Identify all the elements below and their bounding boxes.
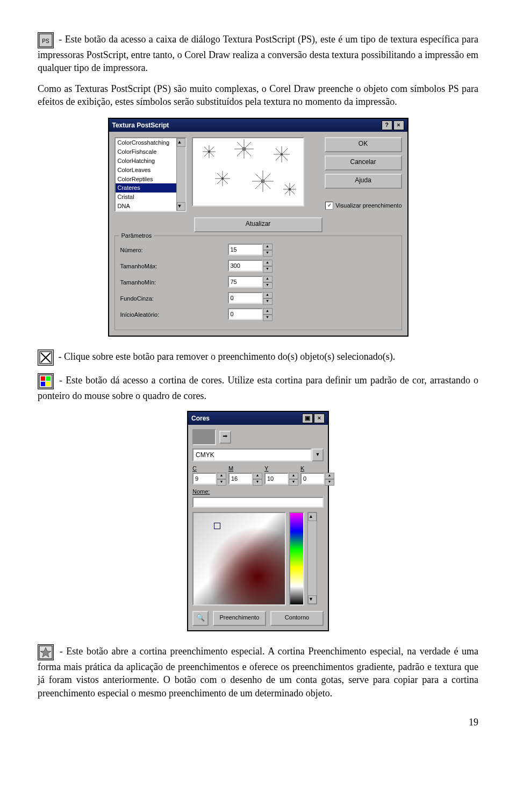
param-input[interactable] [228,292,263,304]
channel-label: C [192,465,226,473]
remove-fill-icon [38,350,54,366]
spin-down-icon[interactable]: ▼ [289,479,298,486]
list-item[interactable]: DNA [116,202,176,211]
fill-tab-button[interactable]: Preenchimento [213,611,266,626]
text: - Este botão da acesso a caixa de diálog… [38,34,478,73]
spin-down-icon[interactable]: ▼ [263,250,273,257]
texture-listbox[interactable]: ColorCrosshatching ColorFishscale ColorH… [114,137,187,212]
channel-input[interactable] [192,473,217,485]
spin-up-icon[interactable]: ▲ [217,473,226,479]
channel-label: M [228,465,262,473]
list-item-selected[interactable]: Crateres [116,183,176,193]
name-label: Nome: [192,488,324,496]
list-item[interactable]: ColorCrosshatching [116,138,176,147]
outline-tab-button[interactable]: Contorno [270,611,324,626]
list-item[interactable]: ColorFishscale [116,147,176,156]
param-spinner[interactable]: ▲▼ [228,292,273,305]
spin-up-icon[interactable]: ▲ [253,473,262,479]
param-input[interactable] [228,244,263,255]
color-name-input[interactable] [192,497,324,508]
paragraph-ps-intro-2: Como as Texturas PostScript (PS) são mui… [38,82,478,109]
svg-rect-37 [46,376,51,381]
dialog-title: Textura PostScript [112,121,169,130]
text: - Este botão abre a cortina preenchiment… [38,646,478,698]
paragraph-colors-curtain: - Este botão dá acesso a cortina de core… [38,373,478,402]
param-spinner[interactable]: ▲▼ [228,244,273,257]
channel-input[interactable] [300,473,325,485]
spin-up-icon[interactable]: ▲ [263,244,273,250]
channel-label: K [300,465,334,473]
color-picker-area[interactable] [192,512,286,606]
spin-up-icon[interactable]: ▲ [263,260,273,266]
text: - Clique sobre este botão para remover o… [59,351,396,362]
hue-scrollbar[interactable]: ▲▼ [307,512,317,604]
param-label: InícioAleatório: [120,311,228,319]
spin-down-icon[interactable]: ▼ [253,479,262,486]
spin-up-icon[interactable]: ▲ [289,473,298,479]
svg-rect-39 [46,382,51,386]
param-input[interactable] [228,308,263,320]
checkbox-icon: ✓ [325,202,333,210]
param-spinner[interactable]: ▲▼ [228,276,273,289]
spin-down-icon[interactable]: ▼ [217,479,226,486]
page-number: 19 [38,716,478,729]
param-spinner[interactable]: ▲▼ [228,260,273,273]
svg-text:PS: PS [42,38,49,44]
channel-spinner[interactable]: ▲▼ [192,473,226,486]
help-titlebar-button[interactable]: ? [382,120,392,130]
spin-down-icon[interactable]: ▼ [263,282,273,289]
list-item[interactable]: ColorLeaves [116,166,176,175]
channel-spinner[interactable]: ▲▼ [228,473,262,486]
list-item[interactable]: ColorHatching [116,156,176,166]
spin-down-icon[interactable]: ▼ [325,479,334,486]
cancel-button[interactable]: Cancelar [325,155,402,170]
channel-spinner[interactable]: ▲▼ [300,473,334,486]
list-item[interactable]: ColorReptiles [116,175,176,184]
swatch-flyout-button[interactable]: ⮕ [219,431,231,444]
param-row: Número: ▲▼ [120,244,396,257]
param-label: TamanhoMín: [120,279,228,287]
param-row: TamanhoMáx: ▲▼ [120,260,396,273]
ps-icon: PS [38,32,54,48]
param-input[interactable] [228,260,263,272]
paragraph-ps-intro: PS - Este botão da acesso a caixa de diá… [38,32,478,75]
param-label: Número: [120,246,228,254]
dropdown-icon[interactable]: ▼ [312,448,324,461]
list-item[interactable]: Escamas [116,211,176,212]
hue-bar[interactable] [289,512,304,606]
channel-input[interactable] [264,473,289,485]
spin-up-icon[interactable]: ▲ [263,276,273,282]
parameters-group: Parâmetros Número: ▲▼ TamanhoMáx: ▲▼ Tam… [114,236,402,330]
ok-button[interactable]: OK [325,137,402,152]
paragraph-remove-fill: - Clique sobre este botão para remover o… [38,350,478,366]
param-label: FundoCinza: [120,295,228,303]
param-spinner[interactable]: ▲▼ [228,308,273,321]
channel-input[interactable] [228,473,253,485]
svg-rect-38 [41,382,45,386]
list-item[interactable]: Cristal [116,193,176,202]
dialog-titlebar: Textura PostScript ? × [109,119,407,132]
spin-up-icon[interactable]: ▲ [263,292,273,298]
spin-down-icon[interactable]: ▼ [263,298,273,305]
group-legend: Parâmetros [119,232,154,240]
spin-up-icon[interactable]: ▲ [325,473,334,479]
listbox-scrollbar[interactable]: ▲▼ [176,138,185,211]
update-button[interactable]: Atualizar [194,217,322,232]
spin-down-icon[interactable]: ▼ [263,266,273,273]
help-button[interactable]: Ajuda [325,174,402,189]
rollup-button[interactable]: ▣ [302,414,313,423]
spin-down-icon[interactable]: ▼ [263,315,273,321]
close-titlebar-button[interactable]: × [393,120,404,130]
channel-spinner[interactable]: ▲▼ [264,473,298,486]
param-row: InícioAleatório: ▲▼ [120,308,396,321]
eyedropper-button[interactable]: 🔍 [192,611,209,626]
spin-up-icon[interactable]: ▲ [263,308,273,315]
color-model-select[interactable] [192,448,312,461]
close-titlebar-button[interactable]: × [314,414,325,423]
preview-fill-checkbox[interactable]: ✓ Visualizar preenchimento [325,202,402,210]
colors-dialog: Cores ▣ × ⮕ ▼ C ▲▼ M ▲▼ Y ▲▼ [187,411,329,631]
paragraph-special-fill: - Este botão abre a cortina preenchiment… [38,644,478,700]
param-input[interactable] [228,276,263,288]
postscript-texture-dialog: Textura PostScript ? × ColorCrosshatchin… [108,118,408,337]
dialog-title: Cores [191,414,210,423]
